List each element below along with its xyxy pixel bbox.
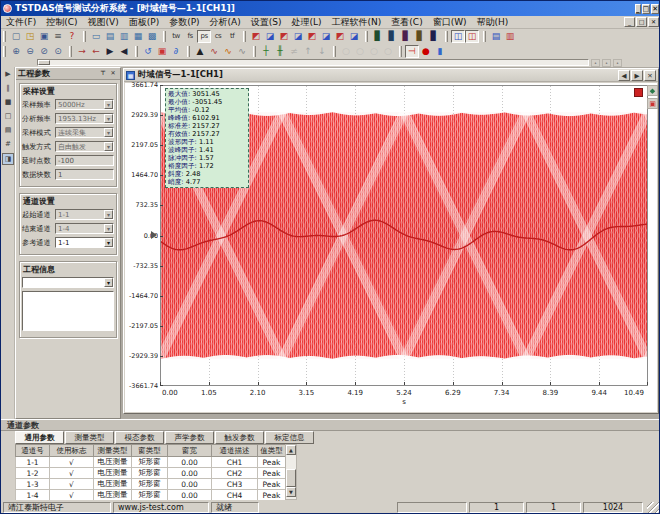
menu-item-0[interactable]: 文件(F) (1, 16, 41, 28)
tab-0[interactable]: 通用参数 (15, 431, 64, 444)
table-row[interactable]: 1-2√电压测量矩形窗0.00CH2Peak (16, 468, 286, 479)
toolbar-grip[interactable] (253, 46, 256, 57)
option-1-button[interactable]: ○ (339, 45, 353, 58)
tab-1[interactable]: 测量类型 (65, 431, 114, 444)
resize-grip[interactable] (647, 502, 659, 514)
toolbar-grip[interactable] (365, 31, 368, 42)
tab-3[interactable]: 声学参数 (165, 431, 214, 444)
freq-spectrum-button[interactable]: fs (183, 30, 197, 43)
layout-split-v-button[interactable]: ▥ (117, 30, 131, 43)
channel-pair-5-button[interactable]: ◩ (305, 30, 319, 43)
layout-split-h-button[interactable]: ▤ (103, 30, 117, 43)
table-row[interactable]: 1-3√电压测量矩形窗0.00CH3Peak (16, 479, 286, 490)
scroll-up-icon[interactable]: ▲ (286, 445, 296, 455)
toolbar-grip[interactable] (163, 31, 166, 42)
chevron-down-icon[interactable]: ▾ (104, 114, 113, 123)
chevron-down-icon[interactable]: ▾ (104, 238, 113, 247)
grid-tool-button[interactable]: ▣ (647, 98, 658, 109)
toolbar-grip[interactable] (135, 46, 138, 57)
menu-item-11[interactable]: 帮助(H) (472, 16, 514, 28)
record-view-button[interactable]: ◫ (465, 30, 479, 43)
minimize-button[interactable]: _ (635, 4, 641, 14)
channel-pair-1-button[interactable]: ◩ (249, 30, 263, 43)
marker-grid-button[interactable]: ╫ (273, 45, 287, 58)
zoom-in-button[interactable]: ⊕ (9, 45, 23, 58)
pan-slider-thumb[interactable] (38, 60, 50, 65)
tab-4[interactable]: 触发参数 (215, 431, 264, 444)
cursor-readout-button[interactable]: ⊣ (405, 45, 419, 58)
new-window-button[interactable]: □ (2, 111, 14, 123)
menu-item-2[interactable]: 视图(V) (83, 16, 124, 28)
child-title-bar[interactable]: ▦ 时域信号—1-1[CH1] ◀▶✕ (124, 69, 658, 82)
chevron-down-icon[interactable]: ▾ (104, 142, 113, 151)
project-info-text[interactable] (22, 291, 114, 331)
wave-cursor-1-button[interactable]: ∿ (207, 45, 221, 58)
table-row[interactable]: 1-1√电压测量矩形窗0.00CH1Peak (16, 457, 286, 468)
menu-item-7[interactable]: 处理(L) (287, 16, 327, 28)
option-2-button[interactable]: ○ (353, 45, 367, 58)
toolbar-grip[interactable] (333, 46, 336, 57)
table-scrollbar[interactable]: ▲ ▼ (285, 444, 297, 500)
scroll-down-icon[interactable]: ▼ (286, 487, 296, 497)
scope-button[interactable]: ▶ (2, 69, 14, 81)
toolbar-grip[interactable] (483, 31, 486, 42)
slider-option-2-button[interactable]: • (602, 59, 611, 67)
pin-icon[interactable]: ⊤ (98, 69, 108, 78)
pan-right-button[interactable]: → (75, 45, 89, 58)
marker-down-button[interactable]: ↓ (315, 45, 329, 58)
zoom-out-button[interactable]: ⊖ (23, 45, 37, 58)
chevron-down-icon[interactable]: ▾ (104, 224, 113, 233)
window-close-all-button[interactable]: ▥ (503, 30, 517, 43)
menu-item-4[interactable]: 参数(P) (164, 16, 204, 28)
layout-single-button[interactable]: ▭ (89, 30, 103, 43)
stop-mark-button[interactable]: ▣ (155, 45, 169, 58)
option-3-button[interactable]: ○ (367, 45, 381, 58)
panel-close-icon[interactable]: ✕ (108, 69, 118, 78)
wave-cursor-3-button[interactable]: ∿ (235, 45, 249, 58)
marker-diff-button[interactable]: ≠ (287, 45, 301, 58)
menu-item-1[interactable]: 控制(C) (41, 16, 82, 28)
pan-slider-track[interactable] (37, 59, 589, 66)
zoom-box-button[interactable]: ⊘ (37, 45, 51, 58)
toolbar-grip[interactable] (3, 31, 6, 42)
help-button[interactable]: ? (65, 30, 79, 43)
next-window-button[interactable]: ▶ (631, 70, 643, 81)
pan-left-button[interactable]: ← (89, 45, 103, 58)
analysis-5-button[interactable]: ▊ (427, 30, 441, 43)
analysis-2-button[interactable]: ▊ (385, 30, 399, 43)
new-file-button[interactable]: ▢ (9, 30, 23, 43)
tab-5[interactable]: 标定信息 (265, 431, 314, 444)
marker-add-button[interactable]: ┼ (259, 45, 273, 58)
toolbar-grip[interactable] (83, 31, 86, 42)
report-view-button[interactable]: ◫ (451, 30, 465, 43)
tab-2[interactable]: 模态参数 (115, 431, 164, 444)
child-minimize-button[interactable]: _ (624, 17, 635, 27)
save-project-button[interactable]: ▣ (37, 30, 51, 43)
marker-up-button[interactable]: ↑ (301, 45, 315, 58)
scroll-thumb[interactable] (286, 469, 296, 487)
go-first-button[interactable]: ◀ (117, 45, 131, 58)
option-4-button[interactable]: ○ (381, 45, 395, 58)
layout-quad-button[interactable]: ▦ (131, 30, 145, 43)
close-button[interactable]: ✕ (651, 4, 659, 14)
power-spectrum-button[interactable]: ps (197, 30, 211, 43)
cursor-select-button[interactable]: ▲ (193, 45, 207, 58)
toolbar-grip[interactable] (445, 31, 448, 42)
channel-pair-7-button[interactable]: ◩ (333, 30, 347, 43)
channel-pair-8-button[interactable]: ◪ (347, 30, 361, 43)
layout-overlay-button[interactable]: ▩ (145, 30, 159, 43)
chevron-down-icon[interactable]: ▾ (104, 128, 113, 137)
menu-item-8[interactable]: 工程软件(N) (327, 16, 387, 28)
menu-item-10[interactable]: 窗口(W) (428, 16, 472, 28)
toolbar-grip[interactable] (187, 46, 190, 57)
maximize-button[interactable]: □ (642, 4, 651, 14)
time-waveform-button[interactable]: tw (169, 30, 183, 43)
channel-pair-6-button[interactable]: ◪ (319, 30, 333, 43)
menu-item-9[interactable]: 查看(C) (386, 16, 427, 28)
print-button[interactable]: ≡ (51, 30, 65, 43)
spectrum-bars-button[interactable]: ▮ (433, 45, 447, 58)
toolbar-grip[interactable] (243, 31, 246, 42)
active-tool-button[interactable]: ◨ (2, 153, 14, 165)
close-window-button[interactable]: ✕ (644, 70, 656, 81)
project-tree-button[interactable]: # (2, 139, 14, 151)
